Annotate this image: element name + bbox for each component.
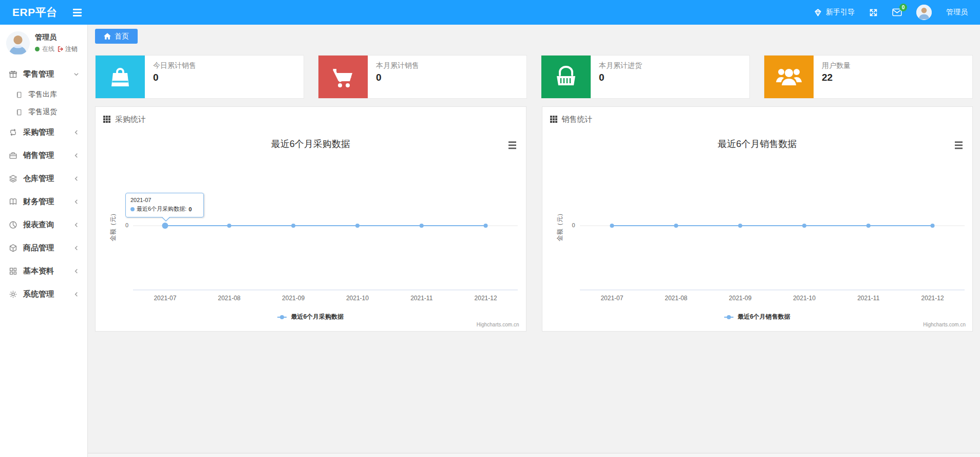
panel-title: 采购统计: [115, 115, 146, 124]
chevron-down-icon: [73, 71, 79, 77]
svg-text:2021-08: 2021-08: [665, 295, 687, 302]
message-count-badge: 0: [899, 4, 907, 11]
chart-tooltip: 2021-07 最近6个月采购数据: 0: [125, 193, 204, 217]
legend-line-marker-icon: [277, 317, 287, 318]
sidebar-username: 管理员: [35, 33, 78, 42]
shopping-basket-icon: [541, 56, 591, 98]
highcharts-credit[interactable]: Highcharts.com.cn: [477, 322, 519, 327]
chart-panels-row: 采购统计 2021-072021-082021-092021-102021-11…: [95, 106, 973, 332]
stat-value: 0: [599, 72, 642, 83]
legend-label: 最近6个月销售数据: [738, 313, 790, 321]
chevron-left-icon: [73, 153, 79, 158]
chevron-left-icon: [73, 199, 79, 205]
sidebar-item-products[interactable]: 商品管理: [0, 236, 87, 260]
stat-card-user-count: 用户数量 22: [764, 55, 973, 99]
users-icon: [764, 56, 814, 98]
chevron-left-icon: [73, 222, 79, 228]
svg-text:2021-12: 2021-12: [475, 295, 497, 302]
chart-context-menu-icon[interactable]: [953, 140, 964, 151]
svg-text:2021-10: 2021-10: [346, 295, 369, 302]
sidebar-item-basic-data[interactable]: 基本资料: [0, 260, 87, 283]
footer-divider: [88, 453, 980, 457]
layers-icon: [8, 174, 17, 183]
sidebar-item-retail-outbound[interactable]: 零售出库: [0, 86, 87, 103]
th-grid-icon: [550, 116, 557, 123]
sidebar-item-warehouse[interactable]: 仓库管理: [0, 167, 87, 190]
svg-text:2021-07: 2021-07: [154, 295, 176, 302]
chart-context-menu-icon[interactable]: [507, 140, 518, 151]
stat-card-month-purchases: 本月累计进货 0: [541, 55, 750, 99]
guide-label: 新手引导: [826, 8, 855, 17]
legend-line-marker-icon: [724, 317, 733, 318]
sidebar-item-finance[interactable]: 财务管理: [0, 190, 87, 213]
pie-chart-icon: [8, 221, 17, 229]
stat-title: 今日累计销售: [153, 61, 196, 70]
svg-text:2021-09: 2021-09: [282, 295, 305, 302]
chevron-left-icon: [73, 268, 79, 274]
tab-home[interactable]: 首页: [95, 29, 138, 44]
y-axis-tick: 0: [542, 222, 575, 228]
journal-icon: [14, 108, 24, 116]
panel-title: 销售统计: [562, 115, 593, 124]
svg-text:2021-08: 2021-08: [218, 295, 240, 302]
sidebar-toggle-icon[interactable]: [73, 9, 82, 16]
briefcase-icon: [8, 151, 17, 160]
tooltip-series-label: 最近6个月采购数据:: [137, 205, 186, 213]
stat-value: 0: [376, 72, 419, 83]
chevron-left-icon: [73, 176, 79, 181]
journal-icon: [14, 91, 24, 99]
sidebar-menu: 零售管理 零售出库 零售退货 采购: [0, 62, 87, 306]
repeat-icon: [8, 128, 17, 137]
stat-value: 0: [153, 72, 196, 83]
chart-title: 最近6个月采购数据: [96, 138, 526, 150]
grid-icon: [8, 267, 17, 276]
chart-legend[interactable]: 最近6个月采购数据: [96, 313, 526, 321]
messages-button[interactable]: 0: [892, 8, 902, 16]
sidebar: 管理员 在线 注销 零售管理: [0, 25, 88, 457]
chart-legend[interactable]: 最近6个月销售数据: [542, 313, 973, 321]
purchase-chart: 2021-072021-082021-092021-102021-112021-…: [96, 132, 526, 331]
sidebar-avatar: [6, 31, 30, 55]
purchase-stats-panel: 采购统计 2021-072021-082021-092021-102021-11…: [95, 106, 526, 332]
sidebar-item-system[interactable]: 系统管理: [0, 283, 87, 306]
navbar-username[interactable]: 管理员: [946, 8, 968, 17]
sidebar-user-panel: 管理员 在线 注销: [0, 25, 87, 62]
chevron-left-icon: [73, 291, 79, 297]
tooltip-value: 0: [189, 206, 192, 212]
svg-text:2021-10: 2021-10: [793, 295, 815, 302]
tooltip-header: 2021-07: [130, 197, 199, 203]
fullscreen-icon[interactable]: [869, 8, 878, 17]
logout-button[interactable]: 注销: [57, 45, 78, 53]
sales-stats-panel: 销售统计 2021-072021-082021-092021-102021-11…: [542, 106, 973, 332]
book-icon: [8, 197, 17, 206]
guide-button[interactable]: 新手引导: [814, 8, 855, 17]
sidebar-item-purchase[interactable]: 采购管理: [0, 121, 87, 144]
app-logo: ERP平台: [12, 5, 58, 20]
online-status: 在线: [42, 45, 54, 53]
svg-text:2021-09: 2021-09: [729, 295, 751, 302]
user-avatar[interactable]: [916, 5, 932, 20]
chevron-left-icon: [73, 245, 79, 251]
svg-text:2021-07: 2021-07: [600, 295, 623, 302]
stat-title: 本月累计进货: [599, 61, 642, 70]
gem-icon: [814, 8, 822, 17]
sidebar-item-retail-return[interactable]: 零售退货: [0, 103, 87, 121]
sales-chart: 2021-072021-082021-092021-102021-112021-…: [542, 132, 973, 331]
th-grid-icon: [103, 116, 110, 123]
panel-header: 销售统计: [542, 107, 973, 132]
gear-icon: [8, 290, 17, 299]
chevron-left-icon: [73, 130, 79, 135]
gift-icon: [8, 70, 17, 79]
svg-text:2021-12: 2021-12: [921, 295, 944, 302]
sidebar-item-reports[interactable]: 报表查询: [0, 213, 87, 236]
stat-card-month-sales: 本月累计销售 0: [318, 55, 527, 99]
sign-out-icon: [57, 46, 64, 52]
stat-cards-row: 今日累计销售 0 本月累计销售 0 本月累计进货 0: [95, 55, 973, 99]
sidebar-item-retail[interactable]: 零售管理: [0, 63, 87, 86]
shopping-bag-icon: [96, 56, 145, 98]
stat-value: 22: [822, 72, 851, 83]
svg-text:2021-11: 2021-11: [857, 295, 879, 302]
highcharts-credit[interactable]: Highcharts.com.cn: [923, 322, 966, 327]
legend-label: 最近6个月采购数据: [291, 313, 344, 321]
sidebar-item-sales[interactable]: 销售管理: [0, 144, 87, 167]
